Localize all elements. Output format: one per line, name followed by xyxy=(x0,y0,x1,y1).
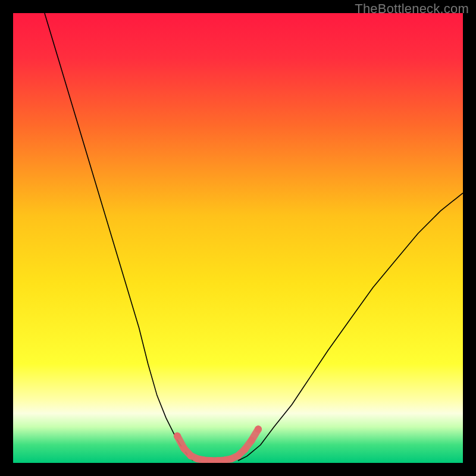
chart-svg xyxy=(13,13,463,463)
chart-plot-area xyxy=(13,13,463,463)
series-highlight-band-point xyxy=(228,455,235,462)
series-highlight-band-point xyxy=(194,455,201,462)
chart-background xyxy=(13,13,463,463)
series-highlight-band-point xyxy=(180,445,187,452)
watermark-text: TheBottleneck.com xyxy=(355,1,469,17)
chart-frame: TheBottleneck.com xyxy=(0,0,476,476)
series-highlight-band-point xyxy=(174,433,181,440)
series-highlight-band-point xyxy=(255,425,262,433)
series-highlight-band-point xyxy=(234,452,242,459)
series-highlight-band-point xyxy=(241,446,248,453)
series-highlight-band-point xyxy=(187,452,195,459)
series-highlight-band-point xyxy=(248,437,255,444)
